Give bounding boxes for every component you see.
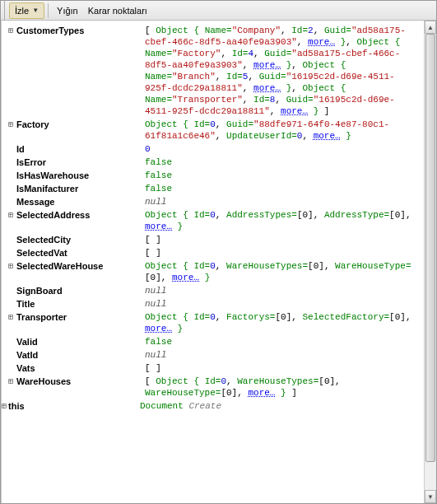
prop-value: Object { Id=0, Factorys=[0], SelectedFac… bbox=[145, 311, 421, 334]
row-customertypes[interactable]: ⊞ CustomerTypes [ Object { Name="Company… bbox=[2, 24, 424, 118]
expand-icon[interactable]: ⊞ bbox=[5, 209, 16, 221]
yigin-label: Yığın bbox=[57, 6, 78, 16]
prop-value: null bbox=[145, 298, 421, 310]
row-selectedvat[interactable]: SelectedVat [ ] bbox=[2, 246, 424, 259]
prop-name: Message bbox=[16, 196, 145, 208]
yigin-tab[interactable]: Yığın bbox=[52, 2, 83, 19]
karar-label: Karar noktaları bbox=[88, 6, 147, 16]
row-transporter[interactable]: ⊞ Transporter Object { Id=0, Factorys=[0… bbox=[2, 310, 424, 335]
expand-icon[interactable]: ⊞ bbox=[5, 260, 16, 272]
prop-name: IsManifacturer bbox=[16, 183, 145, 194]
karar-tab[interactable]: Karar noktaları bbox=[83, 2, 152, 19]
prop-value: false bbox=[145, 336, 421, 348]
prop-value: 0 bbox=[145, 143, 421, 155]
scroll-thumb[interactable] bbox=[425, 34, 435, 462]
prop-name: Valid bbox=[16, 336, 145, 348]
prop-name: CustomerTypes bbox=[16, 25, 145, 36]
row-vatid[interactable]: VatId null bbox=[2, 348, 424, 362]
izle-tab[interactable]: İzle ▼ bbox=[9, 2, 44, 19]
prop-value: null bbox=[145, 196, 421, 208]
prop-value: false bbox=[145, 156, 421, 168]
row-iserror[interactable]: IsError false bbox=[2, 156, 424, 169]
row-ismanifacturer[interactable]: IsManifacturer false bbox=[2, 182, 424, 195]
prop-value: [ Object { Id=0, WareHouseTypes=[0], War… bbox=[145, 376, 421, 399]
prop-name: Vats bbox=[16, 362, 145, 374]
row-warehouses[interactable]: ⊞ WareHouses [ Object { Id=0, WareHouseT… bbox=[2, 375, 424, 399]
row-id[interactable]: Id 0 bbox=[2, 142, 424, 156]
prop-value: null bbox=[145, 285, 421, 296]
prop-name: SelectedCity bbox=[16, 234, 145, 245]
prop-name: VatId bbox=[16, 349, 145, 361]
row-factory[interactable]: ⊞ Factory Object { Id=0, Guid="88dfe971-… bbox=[2, 118, 424, 142]
row-ishaswarehouse[interactable]: IsHasWarehouse false bbox=[2, 169, 424, 182]
prop-value: false bbox=[145, 170, 421, 181]
expand-icon[interactable]: ⊞ bbox=[5, 25, 16, 36]
row-vats[interactable]: Vats [ ] bbox=[2, 362, 424, 375]
row-valid[interactable]: Valid false bbox=[2, 335, 424, 348]
toolbar: İzle ▼ Yığın Karar noktaları bbox=[1, 1, 436, 21]
scroll-track[interactable] bbox=[425, 34, 436, 490]
row-title[interactable]: Title null bbox=[2, 297, 424, 310]
expand-icon[interactable]: ⊞ bbox=[5, 311, 16, 323]
chevron-down-icon: ▼ bbox=[32, 7, 39, 14]
prop-value: [ ] bbox=[145, 234, 421, 245]
expand-icon[interactable]: ⊞ bbox=[5, 119, 16, 130]
prop-value: false bbox=[145, 183, 421, 194]
prop-name: IsHasWarehouse bbox=[16, 170, 145, 181]
row-selectedwarehouse[interactable]: ⊞ SelectedWareHouse Object { Id=0, WareH… bbox=[2, 259, 424, 284]
prop-value: [ ] bbox=[145, 247, 421, 259]
prop-value: [ ] bbox=[145, 362, 421, 374]
watch-panel: ⊞ CustomerTypes [ Object { Name="Company… bbox=[1, 21, 424, 503]
prop-name: Title bbox=[16, 298, 145, 310]
izle-label: İzle bbox=[15, 6, 29, 16]
rows-container: ⊞ CustomerTypes [ Object { Name="Company… bbox=[2, 21, 424, 416]
prop-value: Object { Id=0, Guid="88dfe971-64f0-4e87-… bbox=[145, 119, 421, 142]
toolbar-grip bbox=[4, 1, 7, 20]
prop-name: IsError bbox=[16, 156, 145, 168]
prop-name: Factory bbox=[16, 119, 145, 130]
prop-name: this bbox=[8, 400, 140, 412]
row-signboard[interactable]: SignBoard null bbox=[2, 284, 424, 297]
prop-name: Id bbox=[16, 143, 145, 155]
prop-value: null bbox=[145, 349, 421, 361]
scroll-up-arrow-icon[interactable]: ▲ bbox=[425, 21, 436, 34]
expand-icon[interactable]: ⊞ bbox=[5, 376, 16, 387]
row-this[interactable]: ⊞ this Document Create bbox=[2, 399, 424, 413]
expand-icon[interactable]: ⊞ bbox=[1, 400, 8, 412]
prop-value: [ Object { Name="Company", Id=2, Guid="a… bbox=[145, 25, 421, 117]
prop-name: WareHouses bbox=[16, 376, 145, 387]
prop-name: SelectedWareHouse bbox=[16, 260, 145, 272]
prop-name: SelectedAddress bbox=[16, 209, 145, 221]
prop-name: Transporter bbox=[16, 311, 145, 323]
prop-value: Object { Id=0, AddressTypes=[0], Address… bbox=[145, 209, 421, 232]
scroll-down-arrow-icon[interactable]: ▼ bbox=[425, 490, 436, 503]
prop-value: Document Create bbox=[140, 400, 421, 412]
toolbar-sep bbox=[48, 3, 49, 18]
prop-name: SelectedVat bbox=[16, 247, 145, 259]
row-message[interactable]: Message null bbox=[2, 195, 424, 208]
row-selectedaddress[interactable]: ⊞ SelectedAddress Object { Id=0, Address… bbox=[2, 208, 424, 233]
prop-value: Object { Id=0, WareHouseTypes=[0], WareH… bbox=[145, 260, 421, 283]
prop-name: SignBoard bbox=[16, 285, 145, 296]
vertical-scrollbar[interactable]: ▲ ▼ bbox=[424, 21, 436, 503]
row-selectedcity[interactable]: SelectedCity [ ] bbox=[2, 233, 424, 246]
